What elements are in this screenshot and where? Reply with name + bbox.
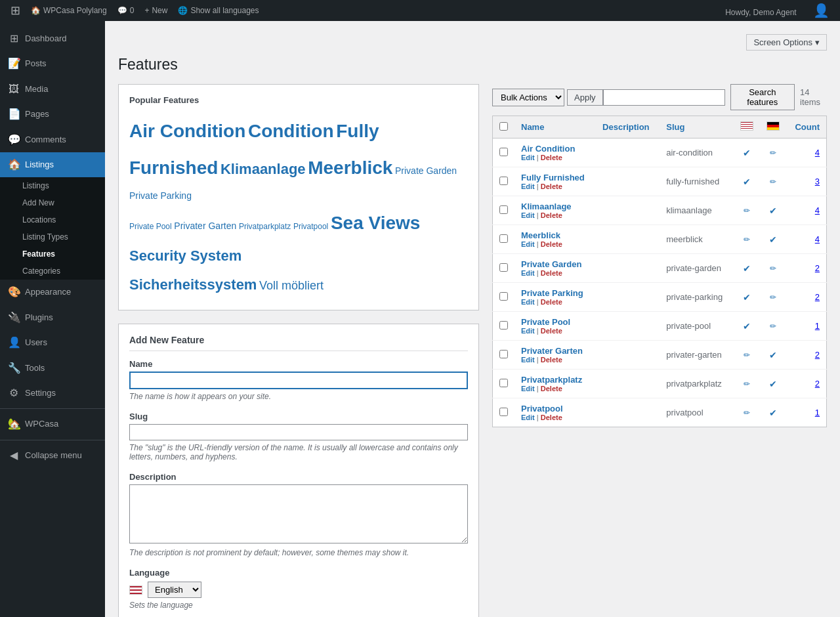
show-languages[interactable]: 🌐 Show all languages (173, 0, 264, 21)
de-edit-icon-0[interactable]: ✏ (770, 148, 776, 158)
row-checkbox-0[interactable] (499, 148, 508, 156)
sidebar-item-media[interactable]: 🖼 Media (0, 77, 105, 102)
submenu-listing-types[interactable]: Listing Types (0, 228, 105, 245)
count-link-0[interactable]: 4 (815, 148, 820, 158)
row-en-3[interactable]: ✏ (734, 225, 760, 254)
row-name-link-1[interactable]: Fully Furnished (521, 173, 585, 182)
row-checkbox-2[interactable] (499, 205, 508, 214)
row-edit-2[interactable]: Edit (521, 211, 535, 219)
row-edit-4[interactable]: Edit (521, 269, 535, 277)
row-en-8[interactable]: ✏ (734, 370, 760, 398)
tag-private-parking[interactable]: Private Parking (129, 190, 192, 201)
sidebar-item-dashboard[interactable]: ⊞ Dashboard (0, 26, 105, 51)
row-edit-3[interactable]: Edit (521, 240, 535, 248)
row-name-link-5[interactable]: Private Parking (521, 288, 583, 298)
row-en-2[interactable]: ✏ (734, 196, 760, 225)
site-name[interactable]: 🏠 WPCasa Polylang (26, 0, 112, 21)
row-name-link-3[interactable]: Meerblick (521, 230, 560, 240)
row-en-7[interactable]: ✏ (734, 341, 760, 370)
sidebar-item-appearance[interactable]: 🎨 Appearance (0, 280, 105, 305)
row-delete-9[interactable]: Delete (541, 414, 562, 421)
row-checkbox-5[interactable] (499, 292, 508, 301)
tag-sea-views[interactable]: Sea Views (331, 213, 420, 233)
row-edit-5[interactable]: Edit (521, 298, 535, 306)
count-link-2[interactable]: 4 (815, 205, 820, 215)
submenu-categories[interactable]: Categories (0, 263, 105, 280)
row-de-4[interactable]: ✏ (760, 254, 786, 283)
row-delete-0[interactable]: Delete (541, 154, 562, 161)
row-edit-7[interactable]: Edit (521, 356, 535, 364)
row-de-1[interactable]: ✏ (760, 167, 786, 196)
row-de-0[interactable]: ✏ (760, 138, 786, 167)
search-features-input[interactable] (603, 89, 725, 106)
row-en-9[interactable]: ✏ (734, 398, 760, 427)
sidebar-item-comments[interactable]: 💬 Comments (0, 127, 105, 152)
tag-air-condition[interactable]: Air Condition (129, 121, 245, 141)
count-link-3[interactable]: 4 (815, 234, 820, 244)
row-de-5[interactable]: ✏ (760, 283, 786, 312)
tag-private-pool[interactable]: Private Pool (129, 222, 172, 231)
count-link-1[interactable]: 3 (815, 177, 820, 186)
sidebar-item-users[interactable]: 👤 Users (0, 330, 105, 355)
row-delete-4[interactable]: Delete (541, 269, 562, 277)
sidebar-item-wpcasa[interactable]: 🏡 WPCasa (0, 412, 105, 436)
sidebar-item-tools[interactable]: 🔧 Tools (0, 356, 105, 381)
row-en-4[interactable]: ✔ (734, 254, 760, 283)
select-all-checkbox[interactable] (499, 122, 508, 131)
row-delete-1[interactable]: Delete (541, 182, 562, 190)
row-delete-7[interactable]: Delete (541, 356, 562, 364)
row-en-0[interactable]: ✔ (734, 138, 760, 167)
row-name-link-7[interactable]: Privater Garten (521, 346, 583, 356)
de-edit-icon-5[interactable]: ✏ (770, 293, 776, 302)
row-de-7[interactable]: ✔ (760, 341, 786, 370)
de-edit-icon-6[interactable]: ✏ (770, 322, 776, 331)
en-edit-icon-2[interactable]: ✏ (744, 206, 750, 215)
sidebar-item-listings[interactable]: 🏠 Listings (0, 152, 105, 177)
row-name-link-2[interactable]: Klimaanlage (521, 202, 572, 211)
row-checkbox-6[interactable] (499, 321, 508, 330)
tag-privatpool[interactable]: Privatpool (293, 222, 328, 231)
count-link-7[interactable]: 2 (815, 350, 820, 360)
count-link-8[interactable]: 2 (815, 379, 820, 389)
col-header-count[interactable]: Count (786, 116, 827, 138)
submenu-listings[interactable]: Listings (0, 177, 105, 194)
row-checkbox-1[interactable] (499, 177, 508, 185)
en-edit-icon-9[interactable]: ✏ (744, 408, 750, 417)
row-de-8[interactable]: ✔ (760, 370, 786, 398)
new-content[interactable]: + New (139, 0, 173, 21)
row-name-link-9[interactable]: Privatpool (521, 404, 563, 414)
tag-sicherheitssystem[interactable]: Sicherheitssystem (129, 276, 257, 293)
row-edit-9[interactable]: Edit (521, 414, 535, 421)
sidebar-item-posts[interactable]: 📝 Posts (0, 51, 105, 76)
language-select[interactable]: English Deutsch (148, 582, 201, 598)
tag-security-system[interactable]: Security System (129, 247, 242, 264)
row-checkbox-8[interactable] (499, 379, 508, 387)
row-name-link-0[interactable]: Air Condition (521, 144, 575, 154)
row-name-link-8[interactable]: Privatparkplatz (521, 375, 582, 385)
row-edit-0[interactable]: Edit (521, 154, 535, 161)
description-input[interactable] (129, 484, 468, 543)
wp-logo[interactable]: ⊞ (5, 3, 26, 18)
count-link-5[interactable]: 2 (815, 292, 820, 302)
de-edit-icon-4[interactable]: ✏ (770, 264, 776, 273)
tag-privatparkplatz[interactable]: Privatparkplatz (239, 222, 291, 231)
tag-meerblick[interactable]: Meerblick (308, 158, 392, 178)
count-link-4[interactable]: 2 (815, 263, 820, 273)
row-en-5[interactable]: ✔ (734, 283, 760, 312)
screen-options-button[interactable]: Screen Options ▾ (746, 34, 827, 51)
search-features-button[interactable]: Search features (730, 84, 795, 110)
row-delete-3[interactable]: Delete (541, 240, 562, 248)
slug-input[interactable] (129, 424, 468, 440)
sidebar-item-pages[interactable]: 📄 Pages (0, 102, 105, 127)
row-de-9[interactable]: ✔ (760, 398, 786, 427)
row-edit-6[interactable]: Edit (521, 327, 535, 335)
row-de-2[interactable]: ✔ (760, 196, 786, 225)
col-header-description[interactable]: Description (596, 116, 660, 138)
row-delete-5[interactable]: Delete (541, 298, 562, 306)
row-en-6[interactable]: ✔ (734, 312, 760, 341)
comments-link[interactable]: 💬 0 (112, 0, 140, 21)
en-edit-icon-7[interactable]: ✏ (744, 351, 750, 360)
tag-privater-garten[interactable]: Privater Garten (174, 221, 236, 231)
tag-klimaanlage[interactable]: Klimaanlage (220, 161, 306, 177)
sidebar-item-settings[interactable]: ⚙ Settings (0, 381, 105, 406)
